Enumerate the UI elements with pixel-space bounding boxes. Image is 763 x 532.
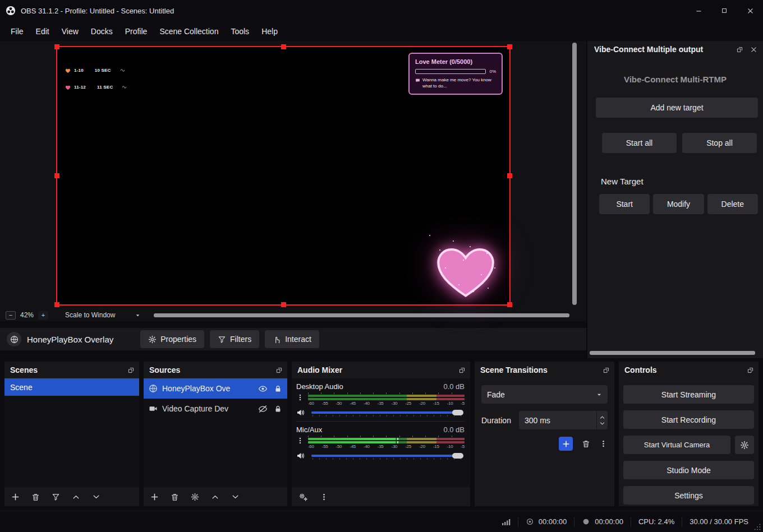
volume-slider[interactable] bbox=[311, 409, 465, 417]
source-visibility-toggle[interactable] bbox=[258, 384, 268, 394]
settings-button[interactable]: Settings bbox=[623, 486, 754, 505]
volume-slider[interactable] bbox=[311, 452, 465, 460]
selection-handle-middle-right[interactable] bbox=[507, 173, 512, 178]
target-start-button[interactable]: Start bbox=[599, 194, 650, 214]
remove-transition-button[interactable] bbox=[582, 440, 590, 448]
start-virtual-camera-button[interactable]: Start Virtual Camera bbox=[623, 436, 730, 454]
transition-select[interactable]: Fade bbox=[481, 385, 608, 404]
preview-canvas[interactable]: 1-10 10 SEC 11-12 11 SEC Love Meter (0/ bbox=[57, 47, 509, 304]
scene-filters-button[interactable] bbox=[52, 493, 60, 501]
add-scene-button[interactable] bbox=[11, 493, 20, 501]
stop-all-button[interactable]: Stop all bbox=[682, 133, 757, 153]
scale-mode-label[interactable]: Scale to Window bbox=[65, 311, 115, 319]
record-timer: 00:00:00 bbox=[582, 517, 623, 526]
resize-grip[interactable] bbox=[753, 523, 761, 531]
move-source-down-button[interactable] bbox=[231, 493, 240, 501]
filters-button[interactable]: Filters bbox=[210, 330, 259, 348]
zoom-out-button[interactable]: − bbox=[6, 311, 16, 320]
slider-handle[interactable] bbox=[452, 410, 463, 415]
start-all-button[interactable]: Start all bbox=[602, 133, 677, 153]
zoom-in-button[interactable]: + bbox=[38, 311, 48, 320]
maximize-button[interactable] bbox=[711, 0, 737, 21]
start-recording-button[interactable]: Start Recording bbox=[623, 410, 754, 429]
dock-close-button[interactable] bbox=[750, 46, 757, 53]
start-streaming-button[interactable]: Start Streaming bbox=[623, 385, 754, 404]
menu-file[interactable]: File bbox=[4, 21, 30, 41]
scene-list-item[interactable]: Scene bbox=[4, 378, 139, 396]
selection-handle-bottom-left[interactable] bbox=[54, 302, 59, 307]
source-list-item[interactable]: Video Capture Dev bbox=[144, 399, 287, 419]
scale-mode-dropdown-icon[interactable] bbox=[134, 312, 141, 319]
add-source-button[interactable] bbox=[150, 493, 159, 501]
source-properties-button[interactable] bbox=[191, 493, 199, 501]
popout-icon bbox=[127, 367, 135, 374]
preview-viewport[interactable]: 1-10 10 SEC 11-12 11 SEC Love Meter (0/ bbox=[0, 41, 586, 309]
duration-spinbox[interactable]: 300 ms bbox=[519, 411, 608, 429]
add-new-target-button[interactable]: Add new target bbox=[596, 98, 758, 118]
menu-scene-collection[interactable]: Scene Collection bbox=[153, 21, 224, 41]
selection-handle-top-right[interactable] bbox=[507, 44, 512, 49]
menu-docks[interactable]: Docks bbox=[85, 21, 119, 41]
dock-popout-button[interactable] bbox=[275, 367, 283, 374]
move-scene-up-button[interactable] bbox=[72, 493, 80, 501]
selection-handle-bottom-right[interactable] bbox=[507, 302, 512, 307]
dock-title: Sources bbox=[149, 366, 275, 374]
mixer-menu-button[interactable] bbox=[320, 493, 328, 501]
channel-level: 0.0 dB bbox=[443, 425, 465, 434]
target-delete-button[interactable]: Delete bbox=[707, 194, 758, 214]
add-transition-button[interactable] bbox=[559, 437, 573, 451]
popout-icon bbox=[458, 367, 466, 374]
menu-profile[interactable]: Profile bbox=[119, 21, 154, 41]
dock-popout-button[interactable] bbox=[736, 46, 743, 53]
channel-menu-button[interactable] bbox=[296, 437, 304, 445]
source-lock-toggle[interactable] bbox=[274, 405, 282, 413]
move-scene-down-button[interactable] bbox=[92, 493, 100, 501]
sources-list: HoneyPlayBox Ove Video Capture Dev bbox=[144, 378, 287, 487]
target-modify-button[interactable]: Modify bbox=[653, 194, 704, 214]
advanced-audio-button[interactable] bbox=[298, 492, 308, 502]
minimize-button[interactable] bbox=[686, 0, 711, 21]
selection-handle-top-left[interactable] bbox=[54, 44, 59, 49]
interact-button[interactable]: Interact bbox=[265, 330, 319, 348]
selection-handle-bottom-middle[interactable] bbox=[281, 302, 286, 307]
source-lock-toggle[interactable] bbox=[274, 385, 282, 393]
close-button[interactable] bbox=[737, 0, 763, 21]
dock-popout-button[interactable] bbox=[747, 367, 754, 374]
transition-menu-button[interactable] bbox=[599, 440, 608, 448]
dock-popout-button[interactable] bbox=[458, 367, 466, 374]
remove-source-button[interactable] bbox=[171, 493, 179, 501]
slider-handle[interactable] bbox=[452, 453, 463, 459]
channel-name: Desktop Audio bbox=[296, 382, 343, 391]
source-visibility-toggle[interactable] bbox=[258, 404, 268, 414]
menu-view[interactable]: View bbox=[56, 21, 85, 41]
source-list-item[interactable]: HoneyPlayBox Ove bbox=[144, 378, 287, 399]
channel-menu-button[interactable] bbox=[296, 394, 304, 401]
gear-icon bbox=[191, 493, 199, 501]
dock-title: Scene Transitions bbox=[480, 366, 603, 374]
menu-tools[interactable]: Tools bbox=[224, 21, 255, 41]
studio-mode-button[interactable]: Studio Mode bbox=[623, 461, 754, 479]
properties-button[interactable]: Properties bbox=[140, 330, 204, 348]
menu-help[interactable]: Help bbox=[255, 21, 284, 41]
preview-horizontal-scrollbar[interactable] bbox=[154, 313, 569, 317]
selection-handle-top-middle[interactable] bbox=[281, 44, 286, 49]
remove-scene-button[interactable] bbox=[31, 493, 40, 501]
menu-edit[interactable]: Edit bbox=[30, 21, 56, 41]
vibe-dock-horizontal-scrollbar[interactable] bbox=[590, 351, 755, 355]
virtual-camera-settings-button[interactable] bbox=[735, 436, 754, 454]
transition-value: Fade bbox=[487, 390, 505, 399]
scrollbar-thumb[interactable] bbox=[154, 313, 569, 317]
dock-popout-button[interactable] bbox=[603, 367, 610, 374]
dock-popout-button[interactable] bbox=[127, 367, 135, 374]
filters-label: Filters bbox=[230, 335, 251, 344]
duration-decrement-button[interactable] bbox=[599, 420, 605, 427]
preview-vertical-scrollbar[interactable] bbox=[572, 43, 577, 305]
transitions-panel: Fade Duration 300 ms bbox=[475, 378, 614, 506]
move-source-up-button[interactable] bbox=[211, 493, 219, 501]
duration-increment-button[interactable] bbox=[599, 414, 605, 420]
mute-toggle[interactable] bbox=[296, 451, 305, 460]
dock-title: Scenes bbox=[10, 366, 127, 374]
mute-toggle[interactable] bbox=[296, 408, 305, 417]
speaker-icon bbox=[296, 451, 305, 460]
selection-handle-middle-left[interactable] bbox=[54, 173, 59, 178]
